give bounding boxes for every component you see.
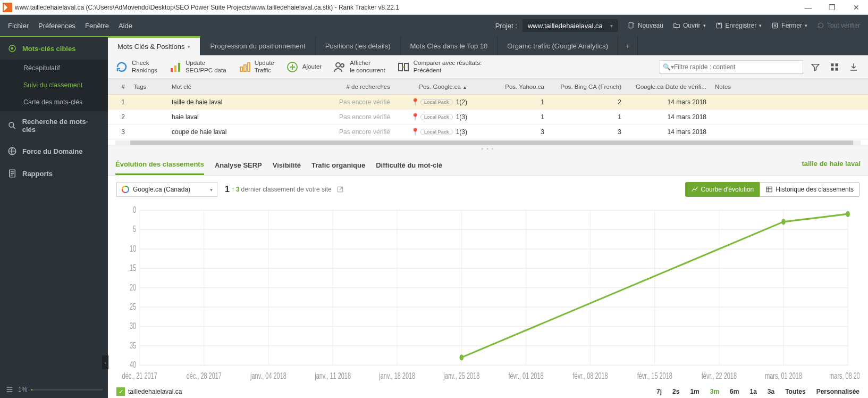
- pane-resize-grip[interactable]: • • •: [108, 145, 868, 153]
- th-keyword[interactable]: Mot clé: [167, 84, 317, 90]
- range-6m[interactable]: 6m: [730, 388, 739, 395]
- save-icon: [715, 22, 723, 29]
- filter-button[interactable]: [808, 60, 822, 74]
- subtab-difficulty[interactable]: Difficulté du mot-clé: [376, 158, 442, 175]
- detail-subtabs: Évolution des classements Analyse SERP V…: [108, 153, 868, 176]
- grid-view-button[interactable]: [828, 60, 841, 74]
- cell-bing: 1: [549, 113, 626, 121]
- chevron-down-icon: ▾: [759, 23, 762, 28]
- add-button[interactable]: Ajouter: [286, 61, 322, 73]
- compare-results-button[interactable]: Comparer avec résultats:Précédent: [397, 60, 482, 74]
- quick-filter-input[interactable]: 🔍▾: [660, 60, 803, 74]
- subtab-traffic[interactable]: Trafic organique: [311, 158, 365, 175]
- sidebar-item-recap[interactable]: Récapitulatif: [0, 60, 108, 77]
- svg-rect-12: [240, 67, 242, 71]
- svg-rect-14: [248, 63, 250, 71]
- table-row[interactable]: 3coupe de haie lavalPas encore vérifié📍L…: [108, 125, 868, 139]
- sidebar-item-suivi[interactable]: Suivi du classement: [0, 77, 108, 94]
- table-row[interactable]: 1taille de haie lavalPas encore vérifié📍…: [108, 95, 868, 110]
- show-competitor-button[interactable]: Afficherle concurrent: [333, 60, 385, 74]
- th-google[interactable]: Pos. Google.ca ▲: [394, 84, 471, 90]
- external-link-icon[interactable]: [336, 186, 344, 193]
- verify-all-button[interactable]: Tout vérifier: [817, 22, 860, 29]
- window-minimize-button[interactable]: —: [796, 0, 820, 15]
- subtab-evolution[interactable]: Évolution des classements: [115, 157, 204, 175]
- rank-indicator: 1 ↑ 3 dernier classement de votre site: [225, 185, 344, 194]
- range-1a[interactable]: 1a: [749, 388, 756, 395]
- new-project-button[interactable]: Nouveau: [628, 22, 663, 29]
- save-project-button[interactable]: Enregistrer ▾: [715, 22, 762, 29]
- menu-fichier[interactable]: Fichier: [8, 22, 29, 30]
- arrow-up-icon: ↑: [231, 186, 234, 193]
- tab-top10[interactable]: Mots Clés dans le Top 10: [401, 36, 498, 55]
- range-3m[interactable]: 3m: [710, 388, 719, 395]
- cell-yahoo: 3: [471, 128, 549, 136]
- menu-aide[interactable]: Aide: [119, 22, 132, 30]
- chart-legend: ✓ tailledehaielaval.ca 7j2s1m3m6m1a3aTou…: [116, 387, 859, 396]
- sidebar-section-keywords[interactable]: Mots-clés cibles: [0, 36, 108, 60]
- tab-add-button[interactable]: +: [618, 36, 638, 55]
- project-selector[interactable]: Projet : www.tailledehaielaval.ca ▾: [495, 19, 618, 32]
- tab-positions-details[interactable]: Positions (les détails): [316, 36, 401, 55]
- sidebar-section-domain-strength[interactable]: Force du Domaine: [0, 140, 108, 162]
- th-notes[interactable]: Notes: [711, 84, 868, 90]
- progress-footer: 1%: [5, 385, 103, 394]
- window-close-button[interactable]: ✕: [844, 0, 868, 15]
- download-button[interactable]: [847, 60, 861, 74]
- th-bing[interactable]: Pos. Bing CA (French): [549, 84, 626, 90]
- subtab-visibility[interactable]: Visibilité: [273, 158, 301, 175]
- window-maximize-button[interactable]: ❐: [820, 0, 844, 15]
- svg-rect-22: [831, 68, 833, 70]
- menu-fenetre[interactable]: Fenêtre: [85, 22, 109, 30]
- curve-mode-button[interactable]: Courbe d'évolution: [685, 182, 760, 197]
- range-7j[interactable]: 7j: [656, 388, 662, 395]
- pin-icon: 📍: [411, 98, 419, 106]
- svg-rect-13: [244, 65, 246, 71]
- th-yahoo[interactable]: Pos. Yahoo.ca: [471, 84, 549, 90]
- th-tags[interactable]: Tags: [129, 84, 167, 90]
- tab-keywords-positions[interactable]: Mots Clés & Positions ▾: [108, 36, 200, 55]
- chevron-down-icon: ▾: [703, 23, 706, 28]
- report-icon: [7, 169, 17, 178]
- menu-preferences[interactable]: Préferences: [38, 22, 75, 30]
- svg-text:févr., 08 2018: févr., 08 2018: [573, 371, 608, 381]
- table-row[interactable]: 2haie lavalPas encore vérifié📍Local Pack…: [108, 110, 868, 125]
- range-1m[interactable]: 1m: [690, 388, 699, 395]
- range-Personnalisée[interactable]: Personnalisée: [816, 388, 859, 395]
- sidebar-item-carte[interactable]: Carte des mots-clés: [0, 94, 108, 111]
- range-2s[interactable]: 2s: [672, 388, 679, 395]
- cell-google: 📍Local Pack1(2): [394, 98, 471, 106]
- th-num[interactable]: #: [108, 84, 129, 90]
- update-traffic-button[interactable]: UpdateTraffic: [238, 60, 274, 74]
- svg-text:20: 20: [130, 283, 136, 292]
- chevron-down-icon: ▾: [610, 23, 613, 29]
- check-rankings-button[interactable]: CheckRankings: [115, 60, 157, 74]
- svg-text:0: 0: [133, 205, 136, 215]
- legend-checkbox[interactable]: ✓: [116, 387, 125, 396]
- subtab-serp[interactable]: Analyse SERP: [215, 158, 262, 175]
- sidebar: Mots-clés cibles Récapitulatif Suivi du …: [0, 36, 108, 398]
- sidebar-collapse-button[interactable]: ‹: [102, 355, 108, 369]
- th-searches[interactable]: # de recherches: [317, 84, 394, 90]
- sidebar-section-reports[interactable]: Rapports: [0, 162, 108, 185]
- range-Toutes[interactable]: Toutes: [785, 388, 805, 395]
- sidebar-section-research[interactable]: Recherche de mots-clés: [0, 111, 108, 140]
- table-scrollbar[interactable]: [115, 140, 861, 145]
- svg-rect-11: [178, 63, 180, 72]
- svg-rect-0: [629, 23, 633, 28]
- quick-filter-field[interactable]: [674, 63, 799, 71]
- chart-panel: Google.ca (Canada) ▾ 1 ↑ 3 dernier class…: [108, 176, 868, 398]
- tab-organic-traffic[interactable]: Organic traffic (Google Analytics): [498, 36, 618, 55]
- tab-progression[interactable]: Progression du positionnement: [200, 36, 315, 55]
- history-mode-button[interactable]: Historique des classements: [760, 182, 859, 197]
- search-engine-select[interactable]: Google.ca (Canada) ▾: [116, 182, 217, 197]
- ranking-chart: 0510152025303540déc., 21 2017déc., 28 20…: [116, 203, 859, 384]
- google-icon: [121, 185, 130, 194]
- th-date[interactable]: Google.ca Date de vérifi...: [626, 84, 711, 90]
- close-project-button[interactable]: Fermer ▾: [771, 22, 807, 29]
- toolbar: CheckRankings UpdateSEO/PPC data UpdateT…: [108, 55, 868, 79]
- update-seo-button[interactable]: UpdateSEO/PPC data: [169, 60, 226, 74]
- open-project-button[interactable]: Ouvrir ▾: [673, 22, 706, 29]
- range-3a[interactable]: 3a: [768, 388, 774, 395]
- svg-rect-29: [766, 187, 772, 192]
